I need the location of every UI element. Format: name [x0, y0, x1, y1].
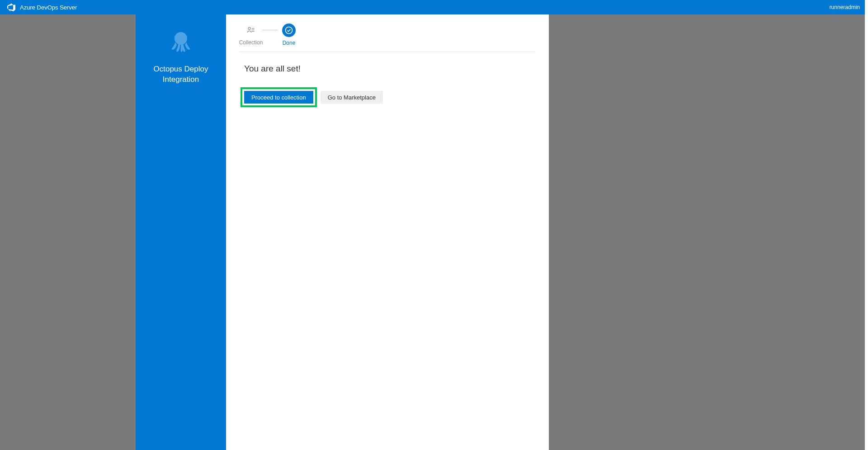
- actions-row: Proceed to collection Go to Marketplace: [241, 87, 535, 107]
- go-to-marketplace-button[interactable]: Go to Marketplace: [321, 91, 383, 104]
- azure-devops-icon: [7, 3, 15, 11]
- step-done: Done: [278, 24, 300, 46]
- install-panel: Octopus Deploy Integration: [136, 14, 549, 450]
- top-bar-left: Azure DevOps Server: [7, 3, 77, 11]
- top-bar: Azure DevOps Server runneradmin: [0, 0, 868, 14]
- proceed-to-collection-button[interactable]: Proceed to collection: [244, 91, 313, 104]
- user-label[interactable]: runneradmin: [830, 4, 860, 10]
- top-bar-title: Azure DevOps Server: [20, 4, 77, 11]
- svg-point-0: [175, 32, 187, 45]
- scrollbar-track: [865, 0, 868, 450]
- extension-name: Octopus Deploy Integration: [136, 64, 226, 85]
- highlight-box: Proceed to collection: [241, 87, 317, 107]
- panel-main: Collection Done You are al: [226, 14, 549, 450]
- step-connector: [262, 30, 278, 30]
- page-heading: You are all set!: [244, 64, 535, 74]
- step-done-label: Done: [283, 40, 296, 46]
- octopus-icon: [165, 25, 197, 58]
- step-collection-label: Collection: [239, 39, 263, 46]
- step-collection: Collection: [240, 24, 262, 46]
- wizard-steps: Collection Done: [240, 24, 535, 46]
- divider: [240, 52, 535, 52]
- svg-point-5: [286, 27, 292, 34]
- svg-point-1: [248, 27, 250, 29]
- person-list-icon: [245, 24, 257, 37]
- right-gutter: [549, 14, 868, 450]
- left-gutter: [0, 14, 136, 450]
- check-circle-icon: [282, 24, 296, 37]
- panel-sidebar: Octopus Deploy Integration: [136, 14, 226, 450]
